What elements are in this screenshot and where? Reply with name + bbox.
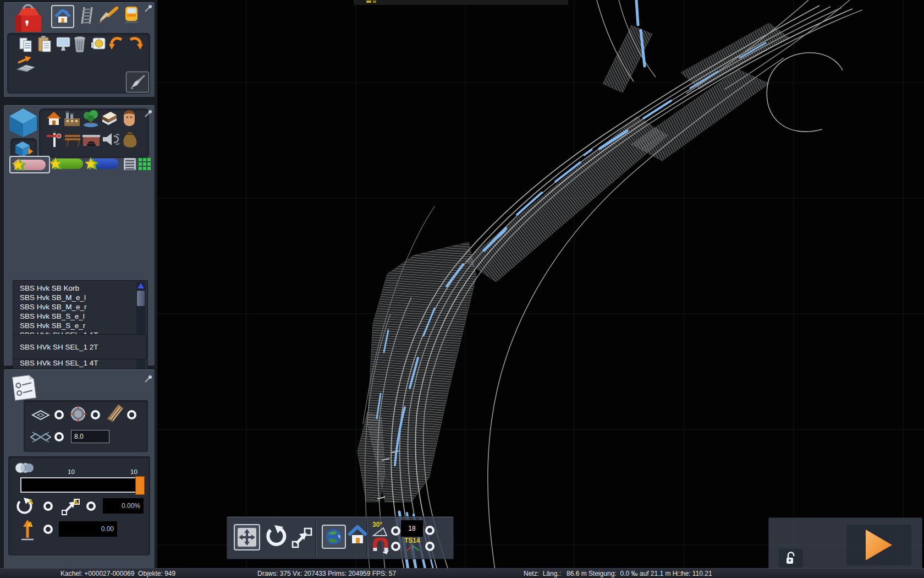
compass-mode-icon (69, 405, 87, 423)
copy-button[interactable] (18, 36, 34, 53)
panel-pin-button[interactable] (144, 110, 152, 118)
list-view-button[interactable] (123, 157, 137, 171)
measure-button[interactable] (91, 36, 107, 52)
move-tool-button[interactable] (234, 524, 260, 550)
trash-icon (73, 36, 86, 52)
paste-button[interactable] (37, 35, 52, 53)
category-vegetation-button[interactable] (82, 110, 100, 127)
status-track-info: Netz: Läng.: 86.6 m Steigung: 0.0 ‰ auf … (524, 570, 712, 577)
auto-rotate-radio[interactable] (43, 501, 53, 511)
delete-button[interactable] (73, 36, 86, 52)
rolling-stock-button[interactable] (123, 6, 140, 24)
copy-pages-icon (18, 36, 34, 53)
pin-icon (144, 375, 152, 384)
train-icon (123, 6, 140, 24)
star-icon (84, 157, 100, 171)
rotation-step-field[interactable]: 0.00% (103, 498, 144, 514)
properties-doc-icon (10, 372, 38, 402)
ts14-axis-icon: TS14 (403, 536, 423, 554)
svg-text:A: A (28, 520, 33, 528)
list-item[interactable]: SBS Hvk SB Korb (20, 284, 79, 292)
track-spacing-icon (30, 430, 51, 444)
redo-button[interactable] (127, 35, 144, 52)
category-industry-button[interactable] (63, 111, 81, 127)
signal-icon (46, 130, 63, 148)
category-buildings-button[interactable] (46, 111, 62, 127)
coin-stack-icon (15, 462, 34, 474)
undo-arrow-icon (108, 35, 125, 52)
compass-mode-radio[interactable] (91, 410, 100, 419)
category-signals-button[interactable] (46, 130, 63, 148)
angle-snap-radio[interactable] (391, 526, 400, 536)
category-goods-button[interactable] (122, 130, 138, 148)
home-icon (55, 9, 70, 24)
paint-mode-button[interactable] (98, 7, 118, 24)
toolbox-button[interactable] (10, 3, 45, 35)
list-item[interactable]: SBS Hvk SB_M_e_r (20, 303, 87, 311)
auto-move-radio[interactable] (86, 501, 96, 511)
snap-move-tool-button[interactable] (291, 527, 313, 549)
scroll-up-button[interactable] (138, 283, 144, 288)
insert-track-button[interactable] (15, 55, 37, 73)
home-position-button[interactable] (347, 525, 368, 546)
main-toolbar-panel (3, 2, 155, 98)
panel-pin-button[interactable] (144, 375, 152, 384)
screen-button[interactable] (56, 36, 71, 52)
top-edge-strip (354, 0, 568, 5)
auto-rotate-icon: A (15, 497, 35, 516)
bench-icon (64, 132, 82, 147)
scroll-thumb[interactable] (137, 291, 145, 306)
green-star-bar (51, 159, 83, 169)
category-sounds-button[interactable] (102, 132, 119, 147)
spacing-input[interactable] (71, 430, 109, 443)
category-3d-models-button[interactable] (8, 107, 38, 138)
magnet-snap-button[interactable] (371, 538, 390, 554)
category-furniture-button[interactable] (64, 132, 82, 147)
category-track-objects-button[interactable] (101, 110, 118, 127)
list-item[interactable]: SBS Hvk SB_S_e_r (20, 321, 85, 330)
speaker-icon (102, 132, 119, 147)
ts-coordinate-button[interactable]: TS14 (403, 536, 423, 554)
filter-favorites-green-button[interactable] (51, 159, 83, 169)
rotate-tool-button[interactable] (263, 525, 288, 549)
list-item[interactable]: SBS HVk SH SEL_1 4T (20, 359, 98, 367)
object-properties-button[interactable] (10, 372, 38, 402)
slider-handle[interactable] (135, 476, 145, 495)
globe-icon (325, 528, 343, 546)
magnet-snap-radio[interactable] (391, 542, 400, 551)
height-radio[interactable] (43, 525, 53, 534)
home-icon (347, 525, 368, 546)
panel-pin-button[interactable] (144, 4, 152, 13)
list-item[interactable]: SBS Hvk SB_M_e_l (20, 293, 86, 302)
filter-favorites-blue-button[interactable] (86, 159, 118, 169)
toolbox-icon (10, 3, 45, 35)
eep-editor-window: SBS Hvk SB Korb SBS Hvk SB_M_e_l SBS Hvk… (0, 0, 924, 578)
density-slider[interactable] (20, 477, 145, 493)
world-view-button[interactable] (322, 525, 346, 549)
properties-panel: 10 10 A A 0.00% (3, 369, 155, 569)
home-view-button[interactable] (51, 5, 74, 28)
airbrush-button[interactable] (126, 72, 149, 92)
category-bridges-button[interactable] (82, 132, 101, 147)
jump-arrow-icon (291, 527, 313, 549)
thumbnail-view-button[interactable] (138, 157, 151, 171)
filter-favorites-red-button[interactable] (9, 156, 50, 173)
plane-mode-radio[interactable] (54, 410, 64, 419)
list-item[interactable]: SBS Hvk SB_S_e_l (20, 312, 85, 320)
monitor-icon (56, 36, 71, 52)
angle-value-field[interactable]: 18 (401, 520, 423, 537)
cube-3d-icon (8, 107, 38, 138)
snap-option-radio[interactable] (425, 526, 435, 535)
layer-cake-icon (101, 110, 118, 127)
lock-button[interactable] (779, 549, 803, 568)
undo-button[interactable] (108, 35, 125, 52)
category-figures-button[interactable] (122, 110, 137, 127)
track-spacing-radio[interactable] (54, 432, 64, 441)
ts-coordinate-radio[interactable] (425, 542, 435, 551)
snap-mode-group (24, 400, 148, 452)
track-mode-radio[interactable] (127, 410, 136, 419)
angle-snap-button[interactable]: 30° (371, 520, 390, 538)
height-field[interactable]: 0.00 (59, 521, 117, 537)
play-button[interactable] (846, 525, 911, 565)
track-mode-button[interactable] (80, 7, 95, 24)
